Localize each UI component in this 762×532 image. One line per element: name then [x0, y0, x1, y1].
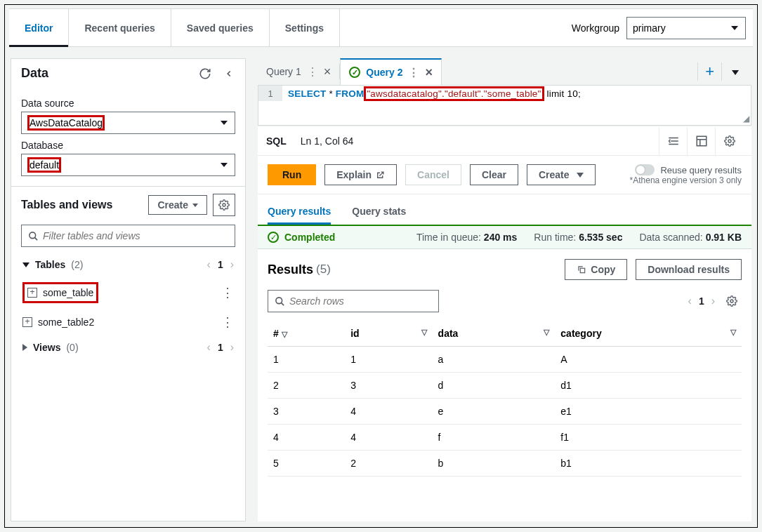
sidebar-title: Data [21, 66, 48, 81]
table-highlight: + some_table [22, 282, 98, 303]
data-source-value-highlight: AwsDataCatalog [27, 115, 105, 131]
search-rows-input[interactable] [268, 290, 439, 312]
col-category[interactable]: category▽ [555, 321, 742, 347]
table-row[interactable]: + some_table ⋮ [21, 277, 235, 309]
tab-saved-queries[interactable]: Saved queries [171, 9, 270, 46]
tab-query-results[interactable]: Query results [268, 200, 331, 225]
views-expand-icon[interactable] [22, 344, 27, 351]
svg-point-5 [275, 297, 282, 303]
reuse-label: Reuse query results [660, 165, 742, 175]
top-nav: Editor Recent queries Saved queries Sett… [9, 8, 753, 47]
success-icon: ✓ [268, 232, 279, 243]
tables-group-label: Tables [35, 259, 65, 270]
svg-point-0 [223, 204, 225, 206]
editor-cursor-pos: Ln 1, Col 64 [301, 135, 354, 147]
table-row: 11aA [268, 347, 742, 373]
query-status: Completed [284, 232, 335, 243]
svg-point-3 [728, 140, 731, 142]
svg-point-1 [29, 232, 35, 238]
workgroup-select[interactable]: primary [626, 17, 746, 39]
table-row: 23dd1 [268, 373, 742, 399]
new-query-button[interactable]: + [697, 62, 722, 81]
svg-rect-4 [581, 268, 585, 272]
layout-icon[interactable] [687, 127, 715, 155]
editor-lang: SQL [266, 135, 287, 147]
line-number: 1 [258, 86, 282, 101]
svg-rect-2 [697, 136, 707, 146]
tables-page: 1 [218, 259, 223, 270]
search-icon [27, 230, 39, 242]
copy-button[interactable]: Copy [565, 259, 627, 280]
table-row[interactable]: + some_table2 ⋮ [21, 309, 235, 335]
highlighted-fqtn: "awsdatacatalog"."default"."some_table" [364, 86, 544, 101]
create-table-view-button[interactable]: Create [148, 195, 207, 215]
run-button[interactable]: Run [268, 164, 316, 185]
filter-tables-input[interactable] [21, 225, 235, 247]
results-page: 1 [699, 295, 704, 307]
create-button[interactable]: Create [527, 164, 596, 185]
table-row: 52bb1 [268, 451, 742, 477]
results-count: (5) [316, 262, 331, 277]
reuse-note: *Athena engine version 3 only [630, 175, 742, 185]
tables-expand-icon[interactable] [22, 262, 29, 267]
tables-views-title: Tables and views [21, 199, 112, 211]
expand-icon[interactable]: + [27, 288, 37, 298]
table-row: 34ee1 [268, 399, 742, 425]
query-tab-1-menu-icon[interactable]: ⋮ [307, 65, 318, 79]
views-next-page[interactable]: › [230, 341, 234, 354]
svg-point-6 [730, 300, 733, 302]
database-value-highlight: default [27, 157, 61, 173]
tables-prev-page[interactable]: ‹ [207, 258, 211, 271]
refresh-icon[interactable] [199, 67, 211, 80]
format-icon[interactable] [659, 127, 687, 155]
download-results-button[interactable]: Download results [636, 259, 742, 280]
search-icon [273, 295, 286, 307]
table-row: 44ff1 [268, 425, 742, 451]
col-num[interactable]: #▽ [268, 321, 345, 347]
tab-query-stats[interactable]: Query stats [352, 200, 406, 225]
success-icon: ✓ [349, 67, 360, 78]
database-label: Database [21, 140, 235, 151]
tables-settings-button[interactable] [213, 194, 235, 216]
views-group-label: Views [33, 342, 60, 353]
reuse-toggle[interactable] [635, 164, 655, 175]
explain-button[interactable]: Explain [324, 164, 397, 185]
query-tab-2-menu-icon[interactable]: ⋮ [408, 66, 419, 79]
tables-count: (2) [71, 259, 83, 270]
tab-recent-queries[interactable]: Recent queries [69, 9, 171, 46]
results-title: Results [268, 262, 313, 277]
views-page: 1 [218, 342, 223, 353]
col-data[interactable]: data▽ [433, 321, 556, 347]
results-table: #▽ id▽ data▽ category▽ 11aA 23dd1 34ee1 … [268, 321, 742, 477]
sql-editor[interactable]: 1 SELECT * FROM"awsdatacatalog"."default… [258, 85, 751, 126]
query-tab-2[interactable]: ✓ Query 2 ⋮ × [340, 58, 442, 85]
cancel-button: Cancel [405, 164, 461, 185]
results-next-page[interactable]: › [711, 295, 715, 307]
tab-editor[interactable]: Editor [9, 9, 69, 46]
expand-icon[interactable]: + [22, 317, 32, 327]
query-tab-1-close-icon[interactable]: × [324, 65, 331, 79]
query-tab-2-close-icon[interactable]: × [425, 65, 433, 80]
collapse-icon[interactable] [223, 67, 235, 80]
database-select[interactable]: default [21, 154, 235, 176]
tables-next-page[interactable]: › [230, 258, 234, 271]
results-settings-icon[interactable] [722, 291, 742, 311]
table-menu-icon[interactable]: ⋮ [221, 285, 234, 300]
editor-settings-icon[interactable] [715, 127, 743, 155]
query-tab-1[interactable]: Query 1 ⋮ × [258, 58, 339, 85]
data-sidebar: Data Data source AwsDataCatalog Database [11, 58, 246, 521]
views-prev-page[interactable]: ‹ [207, 341, 211, 354]
clear-button[interactable]: Clear [470, 164, 518, 185]
data-source-select[interactable]: AwsDataCatalog [21, 112, 235, 134]
resize-grip-icon[interactable]: ◢ [743, 114, 749, 124]
results-prev-page[interactable]: ‹ [688, 295, 692, 307]
workgroup-label: Workgroup [572, 22, 619, 34]
query-tabs-more-button[interactable] [725, 65, 746, 78]
tab-settings[interactable]: Settings [270, 9, 340, 46]
col-id[interactable]: id▽ [345, 321, 432, 347]
query-editor-panel: Query 1 ⋮ × ✓ Query 2 ⋮ × + 1 [258, 58, 751, 521]
views-count: (0) [66, 342, 78, 353]
table-menu-icon[interactable]: ⋮ [221, 314, 234, 330]
data-source-label: Data source [21, 98, 235, 109]
